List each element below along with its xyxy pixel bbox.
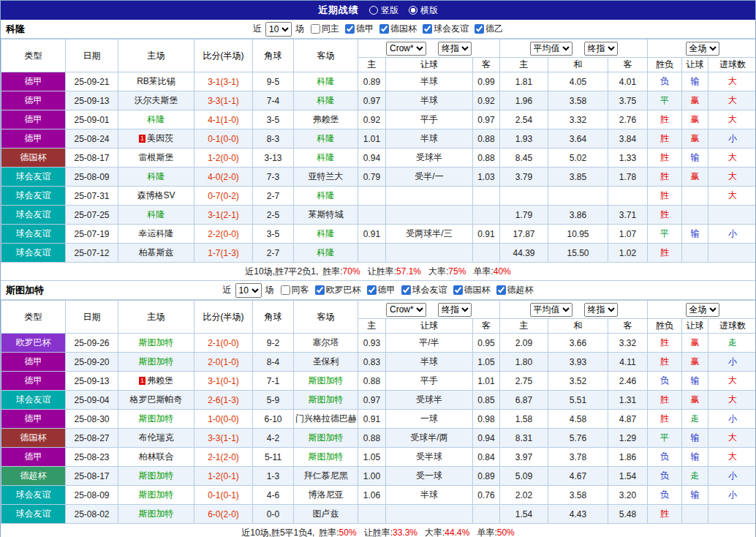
match-count-select[interactable]: 10 — [235, 283, 262, 298]
layout-radio[interactable] — [409, 6, 417, 15]
corners: 4-2 — [253, 429, 294, 448]
summary-stat-value: 33.3% — [393, 527, 417, 537]
match-date: 25-07-31 — [66, 187, 118, 206]
odds-provider-select[interactable]: Crow* — [386, 42, 426, 56]
score: 2-1(2-0) — [194, 448, 253, 467]
handicap-line: 受球半 — [386, 149, 473, 168]
league-filter-checkbox[interactable] — [475, 24, 484, 34]
avg-stage-select[interactable]: 终指 — [584, 42, 618, 56]
home-odds: 1.06 — [358, 486, 386, 505]
league-filter-checkbox[interactable] — [367, 285, 377, 295]
away-team: 科隆 — [294, 91, 358, 110]
league-filter-checkbox[interactable] — [345, 24, 355, 34]
home-odds: 0.88 — [358, 372, 386, 391]
league-filter-checkbox[interactable] — [281, 285, 290, 295]
match-date: 25-08-27 — [66, 429, 118, 448]
league-filter-checkbox[interactable] — [401, 285, 411, 295]
home-team-name: 美因茨 — [147, 133, 173, 143]
result: 胜 — [648, 110, 682, 129]
league-filter-label: 同客 — [292, 284, 309, 296]
match-date: 25-08-17 — [66, 467, 118, 486]
goals-result: 大 — [708, 391, 756, 410]
avg-odds-select[interactable]: 平均值 — [530, 42, 572, 56]
match-date: 25-07-25 — [66, 206, 118, 225]
result: 负 — [648, 372, 682, 391]
league-filter[interactable]: 同客 — [281, 284, 309, 296]
goals-result: 小 — [708, 225, 756, 244]
col-goals: 进球数 — [708, 58, 756, 72]
away-odds: 0.88 — [473, 149, 500, 168]
summary-stat-value: 50% — [339, 527, 357, 537]
odds-provider-select[interactable]: Crow* — [386, 303, 426, 317]
filter-controls: 近 10 场 同客 欧罗巴杯 — [223, 283, 534, 298]
league-filter[interactable]: 德国杯 — [379, 23, 417, 35]
odds-stage-select[interactable]: 终指 — [438, 42, 472, 56]
home-team: 雷根斯堡 — [118, 149, 194, 168]
home-team: 科隆 — [118, 168, 194, 187]
league-filter[interactable]: 德甲 — [345, 23, 374, 35]
team-name: 科隆 — [6, 23, 25, 36]
league-filter[interactable]: 欧罗巴杯 — [315, 284, 361, 296]
away-odds: 0.89 — [473, 467, 500, 486]
league-filter-checkbox[interactable] — [496, 285, 506, 295]
matches-label: 场 — [265, 284, 274, 296]
layout-option[interactable]: 竖版 — [369, 4, 398, 17]
odds-stage-select[interactable]: 终指 — [438, 303, 472, 317]
away-team-name: 拜仁慕尼黑 — [304, 470, 348, 481]
summary-stat-label: 单率: — [473, 266, 493, 277]
score: 2-1(0-0) — [194, 334, 253, 353]
home-odds — [358, 505, 386, 524]
avg-stage-select[interactable]: 终指 — [584, 303, 618, 317]
league-filter[interactable]: 德超杯 — [496, 284, 534, 296]
away-team: 斯图加特 — [294, 372, 358, 391]
col-score: 比分(半场) — [194, 40, 253, 72]
competition-badge: 德甲 — [1, 129, 66, 149]
match-date: 25-09-04 — [66, 391, 118, 410]
league-filter-checkbox[interactable] — [311, 24, 320, 34]
handicap-result: 赢 — [682, 353, 708, 372]
league-filter[interactable]: 球会友谊 — [423, 23, 469, 35]
match-date: 25-09-13 — [66, 91, 118, 110]
match-row: 球会友谊 25-09-04 格罗巴斯帕奇 2-6(1-3) 5-9 斯图加特 0… — [1, 391, 756, 410]
handicap-line: 平手 — [386, 110, 473, 129]
summary-stat-label: 胜率: — [322, 266, 342, 277]
avg-away-odds: 2.76 — [608, 110, 648, 129]
home-team: 1弗赖堡 — [118, 372, 194, 391]
avg-away-odds: 3.71 — [608, 206, 648, 225]
league-filter[interactable]: 同主 — [311, 23, 339, 35]
competition-badge: 德甲 — [1, 353, 66, 372]
avg-home-odds: 1.96 — [500, 91, 548, 110]
league-filter[interactable]: 德甲 — [367, 284, 396, 296]
match-count-select[interactable]: 10 — [265, 22, 292, 37]
fulltime-select[interactable]: 全场 — [686, 42, 719, 56]
competition-badge: 球会友谊 — [1, 244, 66, 263]
league-filter-checkbox[interactable] — [423, 24, 432, 34]
col-home-odds: 主 — [358, 58, 386, 72]
away-team-name: 斯图加特 — [309, 432, 344, 443]
summary-stat-value: 40% — [494, 266, 511, 277]
home-team: 斯图加特 — [118, 353, 194, 372]
home-team: 柏基斯兹 — [118, 244, 194, 263]
league-filter[interactable]: 球会友谊 — [401, 284, 447, 296]
score: 4-1(1-0) — [194, 110, 253, 129]
section-header-2: 斯图加特 近 10 场 同客 — [1, 281, 755, 300]
col-handicap-result: 让球 — [682, 58, 708, 72]
home-team: 科隆 — [118, 110, 194, 129]
league-filter[interactable]: 德国杯 — [453, 284, 491, 296]
fulltime-select[interactable]: 全场 — [686, 303, 719, 317]
league-filter-checkbox[interactable] — [379, 24, 389, 34]
layout-option[interactable]: 横版 — [409, 4, 438, 17]
match-date: 25-09-13 — [66, 372, 118, 391]
league-filter-label: 德国杯 — [464, 284, 491, 296]
avg-away-odds: 4.01 — [608, 72, 648, 91]
league-filter-checkbox[interactable] — [453, 285, 463, 295]
summary-stat-label: 胜率: — [319, 527, 339, 537]
league-filter-checkbox[interactable] — [315, 285, 325, 295]
layout-radio[interactable] — [369, 6, 378, 15]
away-team: 博洛尼亚 — [294, 486, 358, 505]
avg-odds-select[interactable]: 平均值 — [530, 303, 572, 317]
home-team: 森博格SV — [118, 187, 194, 206]
avg-draw-odds: 3.86 — [548, 206, 608, 225]
handicap-result: 输 — [682, 448, 708, 467]
league-filter[interactable]: 德乙 — [475, 23, 503, 35]
